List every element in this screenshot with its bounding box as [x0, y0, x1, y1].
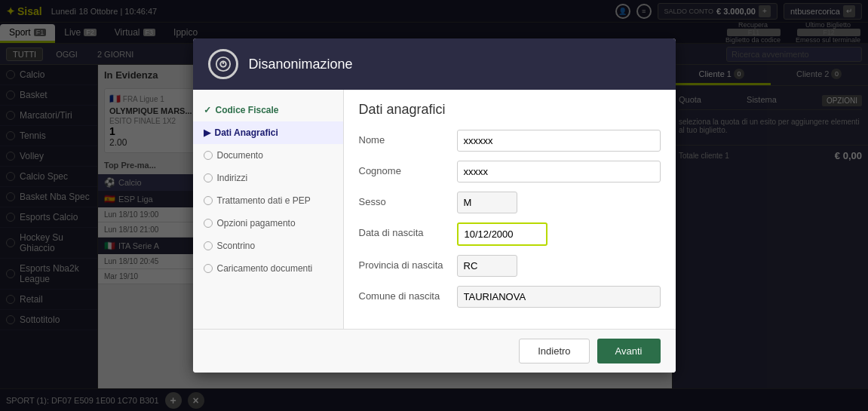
- cognome-input[interactable]: [457, 161, 661, 182]
- form-row-nome: Nome: [359, 130, 661, 152]
- modal: Disanonimazione ✓ Codice Fiscale ▶ Dati …: [193, 38, 676, 373]
- modal-nav-opzioni-pagamento[interactable]: Opzioni pagamento: [193, 212, 343, 235]
- radio-icon: [204, 219, 213, 228]
- radio-icon: [204, 264, 213, 273]
- form-row-cognome: Cognome: [359, 161, 661, 182]
- data-nascita-input[interactable]: [457, 222, 547, 246]
- provincia-label: Provincia di nascita: [359, 255, 457, 271]
- modal-nav-codice-fiscale[interactable]: ✓ Codice Fiscale: [193, 99, 343, 121]
- modal-nav-dati-anagrafici[interactable]: ▶ Dati Anagrafici: [193, 121, 343, 144]
- sesso-field: [457, 192, 661, 213]
- provincia-field: [457, 255, 661, 277]
- modal-nav-documento[interactable]: Documento: [193, 144, 343, 167]
- sesso-label: Sesso: [359, 192, 457, 207]
- cognome-field: [457, 161, 661, 182]
- modal-icon: [208, 49, 238, 79]
- next-button[interactable]: Avanti: [597, 339, 661, 363]
- comune-field: [457, 286, 661, 308]
- form-row-comune: Comune di nascita: [359, 286, 661, 308]
- modal-body: ✓ Codice Fiscale ▶ Dati Anagrafici Docum…: [193, 90, 676, 329]
- data-nascita-field: [457, 222, 661, 246]
- nome-field: [457, 130, 661, 152]
- radio-icon: [204, 173, 213, 182]
- modal-title: Disanonimazione: [249, 57, 353, 72]
- modal-nav-caricamento[interactable]: Caricamento documenti: [193, 257, 343, 280]
- nome-label: Nome: [359, 130, 457, 146]
- modal-overlay: Disanonimazione ✓ Codice Fiscale ▶ Dati …: [0, 0, 868, 411]
- modal-footer: Indietro Avanti: [193, 329, 676, 373]
- form-row-data-nascita: Data di nascita: [359, 222, 661, 246]
- modal-nav-scontrino[interactable]: Scontrino: [193, 235, 343, 257]
- radio-icon: [204, 241, 213, 250]
- modal-form: Dati anagrafici Nome Cognome Sesso: [344, 90, 676, 329]
- radio-icon: [204, 196, 213, 205]
- back-button[interactable]: Indietro: [519, 339, 589, 363]
- modal-nav-indirizzi[interactable]: Indirizzi: [193, 167, 343, 189]
- form-row-sesso: Sesso: [359, 192, 661, 213]
- modal-nav-trattamento[interactable]: Trattamento dati e PEP: [193, 189, 343, 212]
- check-icon: ✓: [204, 105, 211, 115]
- modal-nav: ✓ Codice Fiscale ▶ Dati Anagrafici Docum…: [193, 90, 344, 329]
- arrow-icon: ▶: [204, 127, 210, 138]
- modal-header: Disanonimazione: [193, 38, 676, 90]
- form-row-provincia: Provincia di nascita: [359, 255, 661, 277]
- nome-input[interactable]: [457, 130, 661, 152]
- provincia-input[interactable]: [457, 255, 517, 277]
- comune-input[interactable]: [457, 286, 661, 308]
- sesso-input[interactable]: [457, 192, 517, 213]
- data-nascita-label: Data di nascita: [359, 222, 457, 238]
- form-title: Dati anagrafici: [359, 102, 661, 118]
- radio-icon: [204, 151, 213, 160]
- comune-label: Comune di nascita: [359, 286, 457, 302]
- cognome-label: Cognome: [359, 161, 457, 176]
